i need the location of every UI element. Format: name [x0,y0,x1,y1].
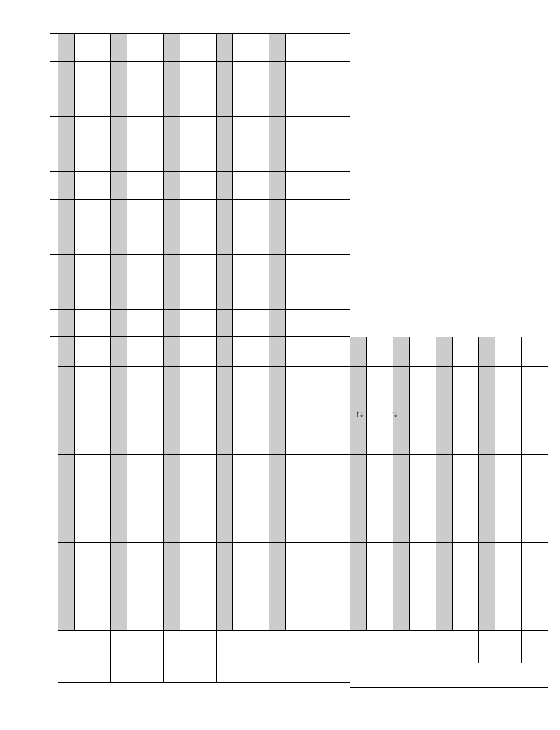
middle-cell [163,396,180,425]
upper-plain-col [285,254,322,282]
upper-plain-col [285,89,322,117]
middle-cell [74,396,111,425]
middle-cell [232,396,269,425]
upper-shaded-col [269,61,286,89]
upper-plain-col [285,144,322,172]
upper-plain-col [74,33,111,62]
middle-cell [110,337,127,367]
middle-cell [495,454,522,484]
middle-cell [163,542,180,572]
upper-shaded-col [58,33,75,62]
middle-cell [58,601,75,631]
middle-cell [232,572,269,601]
middle-cell [350,601,367,631]
middle-cell [127,337,164,367]
upper-plain-col [232,199,269,227]
middle-cell [393,484,410,513]
middle-cell [269,484,286,513]
upper-shaded-col [58,89,75,117]
middle-cell [366,425,393,455]
upper-left-gutter [50,61,58,89]
middle-cell [110,601,127,631]
middle-cell [521,396,548,425]
upper-shaded-col [216,61,233,89]
diagram-canvas: ↑↓↑↓ [0,0,560,730]
middle-cell [436,542,453,572]
middle-cell [495,366,522,396]
upper-plain-col [74,144,111,172]
middle-cell [521,513,548,543]
middle-cell [285,425,322,455]
upper-right-col [322,33,350,62]
upper-shaded-col [58,61,75,89]
middle-cell [478,396,495,425]
bottom-right-last [521,630,548,663]
middle-cell [409,337,436,367]
middle-cell [58,513,75,543]
upper-shaded-col [163,171,180,200]
middle-cell [216,396,233,425]
middle-cell [216,337,233,367]
upper-plain-col [74,254,111,282]
middle-cell [366,484,393,513]
upper-shaded-col [58,227,75,255]
middle-cell [110,513,127,543]
middle-cell [232,601,269,631]
upper-shaded-col [269,144,286,172]
middle-cell [478,425,495,455]
middle-cell [452,454,479,484]
middle-cell [495,337,522,367]
upper-shaded-col [163,116,180,144]
middle-cell [163,601,180,631]
middle-cell [452,337,479,367]
middle-cell [436,454,453,484]
middle-cell [409,396,436,425]
middle-cell [452,572,479,601]
upper-shaded-col [269,116,286,144]
middle-cell [495,572,522,601]
middle-cell [127,425,164,455]
middle-cell [74,542,111,572]
middle-cell [269,366,286,396]
middle-cell [269,425,286,455]
upper-shaded-col [269,89,286,117]
middle-cell [322,337,350,367]
middle-cell [74,454,111,484]
middle-cell [163,513,180,543]
upper-plain-col [127,116,164,144]
upper-plain-col [180,309,217,337]
middle-cell [478,366,495,396]
middle-cell [216,601,233,631]
middle-cell [393,454,410,484]
bottom-right-label [436,630,479,663]
middle-cell [180,425,217,455]
upper-plain-col [232,89,269,117]
upper-shaded-col [269,199,286,227]
upper-shaded-col [216,309,233,337]
middle-cell [521,425,548,455]
middle-cell [232,454,269,484]
middle-cell [285,484,322,513]
middle-cell [232,366,269,396]
upper-plain-col [232,144,269,172]
upper-left-gutter [50,144,58,172]
upper-shaded-col [269,171,286,200]
upper-plain-col [285,33,322,62]
upper-shaded-col [58,199,75,227]
middle-cell [350,454,367,484]
middle-cell [436,513,453,543]
upper-right-col [322,282,350,310]
upper-plain-col [180,89,217,117]
upper-right-col [322,144,350,172]
middle-cell [232,337,269,367]
middle-cell [436,484,453,513]
upper-right-col [322,309,350,337]
middle-cell [393,425,410,455]
upper-shaded-col [58,116,75,144]
middle-cell [495,396,522,425]
middle-cell [180,513,217,543]
upper-plain-col [285,282,322,310]
bottom-left-label [163,630,217,683]
upper-shaded-col [58,144,75,172]
middle-cell [74,366,111,396]
